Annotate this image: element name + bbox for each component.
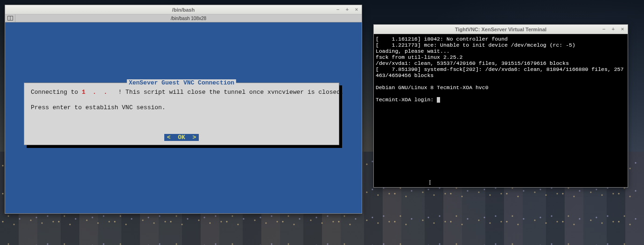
minimize-button[interactable]: – (601, 26, 607, 32)
vnc-console-text: [ 1.161216] i8042: No controller found [… (376, 36, 623, 103)
vnc-window-title: TightVNC: XenServer Virtual Terminal (455, 27, 546, 32)
terminal-tab-label[interactable]: /bin/bash 108x28 (15, 16, 362, 21)
close-button[interactable]: × (353, 6, 360, 13)
bash-window-title: /bin/bash (172, 7, 195, 13)
ok-button[interactable]: < OK > (164, 134, 199, 141)
dialog-line1-suffix: ! This script will close the tunnel once… (118, 89, 344, 96)
terminator-toolbar: /bin/bash 108x28 (5, 14, 362, 22)
vnc-console-body[interactable]: [ 1.161216] i8042: No controller found [… (374, 34, 628, 187)
dialog-line1-prefix: Connecting to (31, 89, 82, 96)
bash-terminal-window: /bin/bash – + × /bin/bash 108x28 XenSeve… (5, 5, 362, 214)
bash-titlebar[interactable]: /bin/bash – + × (5, 5, 362, 14)
dialog-message-line1: Connecting to 1 . . ! This script will c… (31, 89, 332, 96)
text-caret-icon: I (429, 180, 431, 186)
bash-titlebar-buttons: – + × (335, 6, 360, 13)
dialog-button-row: < OK > (24, 134, 339, 141)
dialog-ip-address: 1 . . (82, 89, 118, 96)
vnc-titlebar-buttons: – + × (601, 26, 626, 32)
bash-terminal-body[interactable]: XenSever Guest VNC Connection Connecting… (5, 22, 362, 213)
dialog-message-line2: Press enter to establish VNC session. (31, 104, 332, 111)
maximize-button[interactable]: + (344, 6, 350, 13)
minimize-button[interactable]: – (335, 6, 341, 13)
close-button[interactable]: × (619, 26, 626, 32)
dialog-title: XenSever Guest VNC Connection (127, 79, 236, 86)
vnc-connection-dialog: XenSever Guest VNC Connection Connecting… (24, 83, 339, 145)
split-layout-icon[interactable] (5, 14, 15, 22)
tightvnc-window: TightVNC: XenServer Virtual Terminal – +… (373, 24, 628, 188)
cursor-icon (437, 97, 440, 103)
vnc-titlebar[interactable]: TightVNC: XenServer Virtual Terminal – +… (374, 25, 628, 34)
maximize-button[interactable]: + (610, 26, 616, 32)
